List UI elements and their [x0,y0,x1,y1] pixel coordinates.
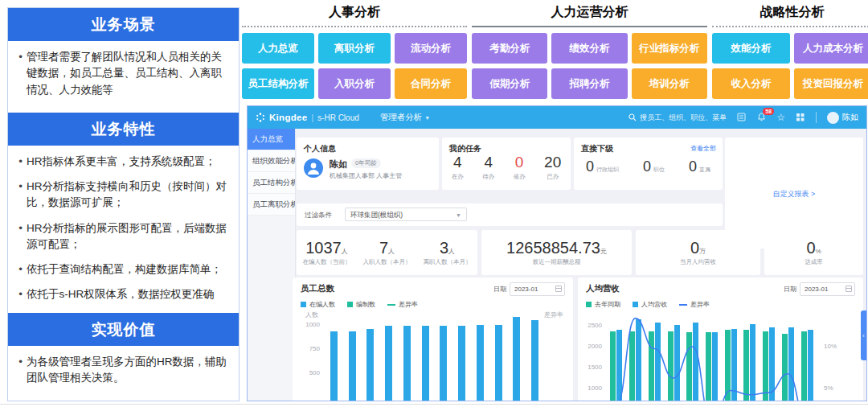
tile-attendance-analysis[interactable]: 考勤分析 [472,33,547,64]
nav-item-employee-structure[interactable]: 员工结构分析 [248,172,295,194]
chart-bar [788,327,794,401]
task-stat[interactable]: 0 催办 [514,154,526,181]
calendar-icon [845,286,852,292]
revenue-per-capita-chart-card: 人均营收 日期 2023-01 去年同期 人均营收 差异率 2500200015… [578,278,863,401]
y-tick-label: 1000 [586,384,602,392]
legend-item[interactable]: 差异率 [679,300,710,309]
search-input[interactable]: 搜员工、组织、职位、菜单 [628,113,727,123]
tile-roi-analysis[interactable]: 投资回报分析 [794,68,868,99]
view-all-link[interactable]: 查看全部 [690,144,716,153]
nav-item-employee-attrition[interactable]: 员工离职分析 [248,194,295,216]
org-filter-select[interactable]: 环球集团(根组织) ▼ [345,208,467,221]
legend-label: 去年同期 [595,300,620,309]
legend-item[interactable]: 去年同期 [586,300,620,309]
tile-leave-analysis[interactable]: 假期分析 [472,68,547,99]
legend-swatch [679,304,687,306]
task-stat[interactable]: 20 已办 [544,154,561,181]
direct-reports-card: 直接下级 查看全部 0 行政组织 0 职位 0 直属 [574,138,723,190]
y-tick-label: 1500 [586,364,602,371]
tile-contract-analysis[interactable]: 合同分析 [395,68,467,99]
legend-label: 人均营收 [641,300,667,309]
chart-bar [385,326,392,401]
stat-value: 12658854.73 [506,239,600,257]
user-name: 陈如 [842,112,858,123]
chart-bar [458,326,465,401]
profile-avatar [304,158,323,178]
collapse-panel-tab[interactable]: ‹ [861,310,866,360]
date-input[interactable]: 2023-01 [510,282,565,296]
bullet-dot: • [14,261,27,278]
y-tick-label: 750 [301,345,320,352]
button-grid: 人力总览 离职分析 流动分析 员工结构分析 入职分析 合同分析 [242,33,467,99]
task-stat[interactable]: 4 在办 [452,154,464,181]
chart-bar [422,326,429,401]
tile-labor-cost-analysis[interactable]: 人力成本分析 [794,33,868,64]
filter-label: 过滤条件 [305,211,332,220]
bullet-item: • HR分析指标支持横向和历史（按时间）对比，数据源可扩展； [14,179,231,212]
report-icon[interactable] [737,113,747,122]
tile-structure-analysis[interactable]: 员工结构分析 [242,68,314,99]
stat-label: 当月人均营收 [680,258,716,266]
chart-bar [477,325,484,401]
tile-efficiency-analysis[interactable]: 效能分析 [712,33,790,64]
chart-bar [349,331,356,401]
tile-attrition-analysis[interactable]: 离职分析 [318,33,391,64]
section-title-business-scenario: 业务场景 [8,8,239,41]
task-label: 待办 [482,173,494,181]
tile-mobility-analysis[interactable]: 流动分析 [395,33,467,64]
task-stat[interactable]: 4 待办 [482,154,494,181]
favorites-star-icon[interactable]: ☆ [776,113,785,122]
date-label: 日期 [493,285,506,294]
stat-unit: % [816,248,821,255]
stat-flex: 0% 达成率 [764,230,863,275]
calendar-icon [555,286,562,292]
menu-label: 管理者分析 [380,112,423,123]
chart-bar [782,334,788,401]
bullet-text: HR分析指标的展示图形可配置，后端数据源可配置； [27,220,231,253]
tenure-badge: 0年司龄 [351,158,381,168]
legend-item[interactable]: 在编人数 [301,300,335,309]
apps-grid-icon[interactable] [796,113,805,122]
nav-item-org-efficiency[interactable]: 组织效能分析 [248,150,295,172]
menu-manager-analysis[interactable]: 管理者分析 ▼ [380,112,430,123]
chart-bar [706,332,711,401]
legend-swatch [387,304,395,306]
tile-onboarding-analysis[interactable]: 入职分析 [318,68,391,99]
tile-hr-overview[interactable]: 人力总览 [242,33,314,64]
notification-badge: 58 [763,108,774,115]
tile-training-analysis[interactable]: 培训分析 [632,68,707,99]
bullet-dot: • [14,354,27,387]
custom-report-link[interactable]: 自定义报表 > [725,189,863,199]
task-value: 20 [544,154,561,171]
tile-income-analysis[interactable]: 收入分析 [712,68,790,99]
chart-bar [693,323,698,401]
tile-industry-metrics-analysis[interactable]: 行业指标分析 [632,33,707,64]
payroll-total-card: 12658854.73元 最近一期薪酬总额 [481,230,632,275]
tile-performance-analysis[interactable]: 绩效分析 [551,33,627,64]
stat-hires: 7人 入职人数（本月） [363,239,411,266]
stat-label: 在编人数（当前） [303,258,351,266]
tile-recruiting-analysis[interactable]: 招聘分析 [551,68,627,99]
revenue-per-capita-plot: 250020001500100010%5% [586,316,855,401]
y-tick-label: 2500 [586,322,602,329]
card-title: 个人信息 [297,138,439,154]
date-input[interactable]: 2023-01 [800,282,855,296]
sub-stat: 0 直属 [689,158,710,175]
user-menu[interactable]: 陈如 [827,112,858,124]
legend-item[interactable]: 差异率 [387,300,418,309]
legend-item[interactable]: 人均营收 [633,300,667,309]
product-name: s-HR Cloud [317,113,359,122]
nav-item-hr-overview[interactable]: 人力总览 [248,129,295,150]
legend-item[interactable]: 编制数 [347,300,375,309]
notifications-button[interactable]: 58 [757,113,766,123]
chart-bar [629,331,635,401]
stat-label: 达成率 [805,258,823,266]
topbar-right: 搜员工、组织、职位、菜单 58 ☆ 陈如 [628,112,858,124]
chart-bar [801,331,807,401]
task-row: 4 在办 4 待办 0 催办 20 已办 [442,154,571,181]
chart-bar [743,330,749,401]
employee-total-chart-card: 员工总数 日期 2023-01 在编人数 编制数 差异率 人数 差异率 1000… [293,278,573,401]
stat-flex: 1037人 在编人数（当前） 7人 入职人数（本月） 3人 离职人数（本月） [297,230,477,275]
chart-bar [668,331,674,401]
diff-rate-line [586,316,855,401]
